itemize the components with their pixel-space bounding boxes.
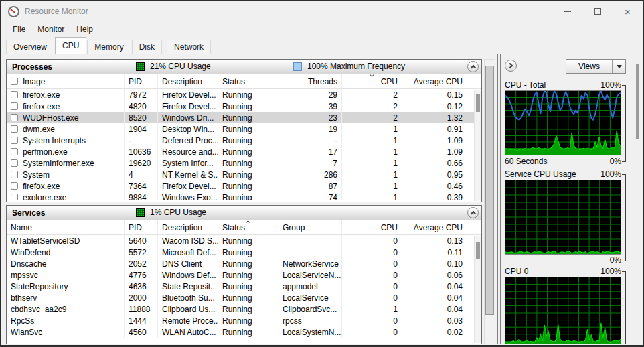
services-scrollbar[interactable] xyxy=(474,236,481,343)
processes-scrollbar[interactable] xyxy=(474,90,481,201)
maximize-button[interactable] xyxy=(582,1,613,21)
service-row[interactable]: WinDefend5572Microsoft Def...Running00.1… xyxy=(7,247,481,258)
cell-cpu: 1 xyxy=(342,146,402,157)
process-row[interactable]: firefox.exe4820Firefox Devel...Running39… xyxy=(7,100,481,112)
cell-description: State Reposit... xyxy=(158,281,218,292)
services-collapse-button[interactable] xyxy=(467,207,479,218)
cell-text: WLAN AutoC... xyxy=(162,328,216,337)
column-header-label: Description xyxy=(162,77,202,86)
row-checkbox[interactable] xyxy=(11,159,18,167)
select-all-checkbox[interactable] xyxy=(11,78,18,85)
service-cpu-chart-block: Service CPU Usage 100% 0% xyxy=(505,169,621,265)
main-scrollbar-thumb[interactable] xyxy=(485,66,494,315)
tab-overview[interactable]: Overview xyxy=(6,40,54,54)
column-header-image[interactable]: Image xyxy=(7,74,125,88)
cell-text: Running xyxy=(222,248,252,257)
cell-text: 0.04 xyxy=(447,305,463,314)
chart-canvas xyxy=(505,91,621,155)
process-row[interactable]: firefox.exe7972Firefox Devel...Running29… xyxy=(7,89,481,100)
process-row[interactable]: System Interrupts-Deferred Proc...Runnin… xyxy=(7,135,481,146)
service-row[interactable]: cbdhsvc_aa2c911888Clipboard Us...Running… xyxy=(7,303,481,315)
column-header-cpu[interactable]: CPU xyxy=(342,74,402,88)
minimize-button[interactable] xyxy=(552,1,582,21)
tab-disk[interactable]: Disk xyxy=(132,40,162,54)
main-scrollbar[interactable] xyxy=(484,59,495,344)
service-row[interactable]: Dnscache2052DNS ClientRunningNetworkServ… xyxy=(7,258,481,269)
cpu0-chart-title: CPU 0 xyxy=(505,267,528,277)
cell-text: 0.10 xyxy=(447,259,463,269)
views-button[interactable]: Views xyxy=(566,59,626,74)
cell-text: LocalServiceN... xyxy=(283,271,341,280)
cell-text: 0.66 xyxy=(447,159,463,168)
column-header-group[interactable]: Group xyxy=(278,220,342,234)
column-header-avg_cpu[interactable]: Average CPU xyxy=(402,220,467,234)
column-header-pid[interactable]: PID xyxy=(125,220,158,234)
column-header-name[interactable]: Name xyxy=(7,220,125,234)
tab-cpu[interactable]: CPU xyxy=(55,37,86,54)
close-button[interactable]: × xyxy=(613,1,643,21)
process-row[interactable]: WUDFHost.exe8520Windows Dri...Running232… xyxy=(7,112,481,123)
cell-text: 1 xyxy=(393,170,398,180)
service-row[interactable]: RpcSs1444Remote Proce...Runningrpcss00.0… xyxy=(7,315,481,326)
service-row[interactable]: WlanSvc4560WLAN AutoC...RunningLocalSyst… xyxy=(7,326,481,338)
row-checkbox[interactable] xyxy=(11,114,18,121)
menu-file[interactable]: File xyxy=(7,23,31,36)
cell-text: 4636 xyxy=(129,282,147,291)
cell-text: 0.15 xyxy=(447,90,463,100)
process-row[interactable]: firefox.exe7364Firefox Devel...Running87… xyxy=(7,180,481,192)
row-checkbox[interactable] xyxy=(11,171,18,178)
menu-help[interactable]: Help xyxy=(70,23,99,36)
process-row[interactable]: System4NT Kernel & S...Running28610.95 xyxy=(7,169,481,180)
cell-text: Running xyxy=(222,193,252,201)
column-header-status[interactable]: Status xyxy=(218,220,278,234)
services-scrollbar-thumb[interactable] xyxy=(476,242,480,259)
cell-text: Deferred Proc... xyxy=(162,136,218,145)
process-row[interactable]: explorer.exe9884Windows Exp...Running741… xyxy=(7,192,481,200)
column-header-label: Image xyxy=(23,77,45,86)
processes-collapse-button[interactable] xyxy=(467,61,479,72)
row-checkbox[interactable] xyxy=(11,182,18,190)
charts-scrollbar[interactable] xyxy=(633,59,643,344)
row-checkbox[interactable] xyxy=(11,91,18,98)
cell-status: Running xyxy=(218,235,278,247)
row-checkbox[interactable] xyxy=(11,148,18,155)
views-dropdown-button[interactable] xyxy=(612,60,625,73)
cell-text: firefox.exe xyxy=(23,90,60,100)
column-header-pid[interactable]: PID xyxy=(125,74,158,88)
column-header-label: Status xyxy=(222,77,245,86)
charts-expand-button[interactable] xyxy=(505,60,517,72)
service-row[interactable]: WTabletServiceISD5640Wacom ISD S...Runni… xyxy=(7,235,481,247)
process-row[interactable]: dwm.exe1904Desktop Win...Running1910.91 xyxy=(7,123,481,135)
menu-monitor[interactable]: Monitor xyxy=(31,23,70,36)
row-checkbox[interactable] xyxy=(11,194,18,200)
cell-text: NT Kernel & S... xyxy=(162,170,218,180)
column-header-threads[interactable]: Threads xyxy=(278,74,342,88)
row-checkbox[interactable] xyxy=(11,102,18,110)
column-header-cpu[interactable]: CPU xyxy=(342,220,402,234)
cell-text: Running xyxy=(222,316,252,326)
cell-cpu: 0 xyxy=(342,281,402,292)
row-checkbox[interactable] xyxy=(11,125,18,133)
row-checkbox[interactable] xyxy=(11,137,18,144)
column-header-description[interactable]: Description xyxy=(158,220,218,234)
charts-scrollbar-thumb[interactable] xyxy=(636,64,639,139)
cell-text: System Infor... xyxy=(162,159,214,168)
processes-scrollbar-thumb[interactable] xyxy=(476,94,480,112)
cell-status: Running xyxy=(218,258,278,269)
service-row[interactable]: bthserv2000Bluetooth Su...RunningLocalSe… xyxy=(7,292,481,303)
process-row[interactable]: SystemInformer.exe19620System Infor...Ru… xyxy=(7,157,481,169)
tab-memory[interactable]: Memory xyxy=(87,40,131,54)
tab-network[interactable]: Network xyxy=(167,40,211,54)
service-row[interactable]: StateRepository4636State Reposit...Runni… xyxy=(7,281,481,292)
process-row[interactable]: perfmon.exe10636Resource and...Running17… xyxy=(7,146,481,157)
column-header-label: Description xyxy=(162,223,202,232)
cell-name: RpcSs xyxy=(7,315,125,326)
column-header-status[interactable]: Status xyxy=(218,74,278,88)
cell-text: 0 xyxy=(393,328,398,337)
cell-group xyxy=(278,235,342,247)
cell-threads: 87 xyxy=(278,180,342,192)
service-row[interactable]: mpssvc4776Windows Def...RunningLocalServ… xyxy=(7,269,481,281)
column-header-description[interactable]: Description xyxy=(158,74,218,88)
cell-text: Desktop Win... xyxy=(162,125,214,134)
column-header-avg_cpu[interactable]: Average CPU xyxy=(402,74,467,88)
